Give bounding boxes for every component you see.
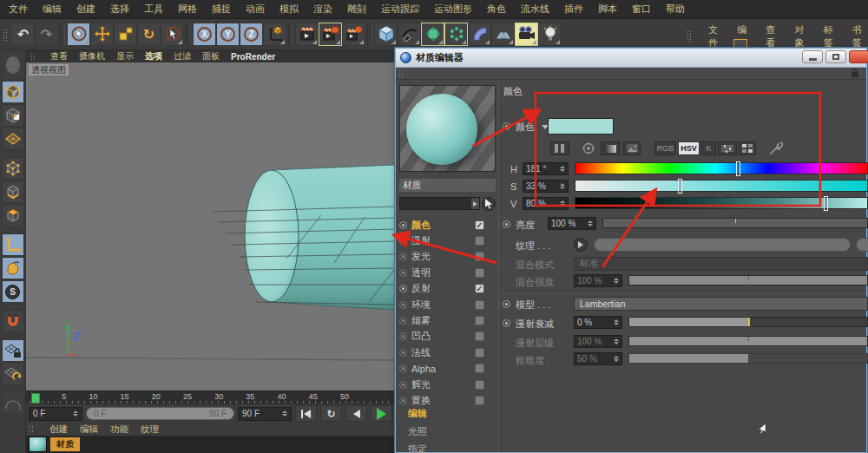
channel-radio[interactable] bbox=[399, 285, 407, 292]
cube-primitive-button[interactable] bbox=[374, 23, 398, 46]
roughness-slider[interactable] bbox=[628, 353, 868, 364]
mm-menu-texture[interactable]: 纹理 bbox=[141, 423, 159, 436]
channel-checkbox[interactable] bbox=[475, 380, 484, 390]
channel-radio[interactable] bbox=[399, 253, 407, 260]
floor-environment-button[interactable] bbox=[491, 23, 515, 46]
channel-transparency[interactable]: 透明 bbox=[399, 265, 496, 280]
workplane-refresh-button[interactable] bbox=[2, 363, 24, 385]
menu-simulate[interactable]: 模拟 bbox=[279, 3, 299, 16]
diffuse-level-slider[interactable] bbox=[628, 336, 868, 346]
workplane-mode-button[interactable] bbox=[2, 128, 24, 150]
om-menu-view[interactable]: 查看 bbox=[766, 23, 781, 49]
value-spinner[interactable] bbox=[560, 200, 565, 207]
channel-fog[interactable]: 烟雾 bbox=[399, 312, 496, 328]
value-handle[interactable] bbox=[824, 196, 828, 211]
minimize-button[interactable] bbox=[802, 50, 823, 63]
diffuse-falloff-value-field[interactable]: 0 % bbox=[574, 316, 622, 329]
render-to-picture-viewer-button[interactable] bbox=[319, 23, 342, 46]
menu-sculpt[interactable]: 雕刻 bbox=[347, 3, 366, 16]
redo-button[interactable]: ↷ bbox=[35, 23, 58, 46]
channel-radio[interactable] bbox=[399, 317, 407, 325]
model-mode-button[interactable] bbox=[2, 81, 24, 103]
saturation-value-field[interactable]: 33 % bbox=[523, 180, 569, 193]
frame-range-slider[interactable]: 0 F90 F bbox=[86, 407, 234, 420]
saturation-handle[interactable] bbox=[678, 179, 682, 194]
mix-strength-slider[interactable] bbox=[628, 275, 868, 286]
deformer-bend-button[interactable] bbox=[468, 23, 491, 46]
menu-file[interactable]: 文件 bbox=[9, 3, 28, 16]
enable-axis-button[interactable] bbox=[2, 233, 24, 256]
viewport-canvas[interactable]: Y bbox=[26, 50, 395, 391]
name-dropdown-button[interactable] bbox=[471, 198, 479, 209]
polygon-mode-button[interactable] bbox=[2, 204, 24, 226]
material-editor-window[interactable]: 材质编辑器 材质 颜色✓ 漫射 发光 bbox=[395, 48, 867, 453]
channel-checkbox[interactable] bbox=[475, 252, 484, 261]
y-axis-lock-button[interactable]: Y bbox=[216, 23, 240, 46]
edges-mode-button[interactable] bbox=[2, 181, 24, 203]
color-wheel-button[interactable] bbox=[580, 141, 597, 155]
menu-mesh[interactable]: 网格 bbox=[178, 3, 197, 16]
om-menu-object[interactable]: 对象 bbox=[795, 23, 811, 49]
editor-strip-grip[interactable] bbox=[398, 69, 404, 77]
channel-checkbox[interactable] bbox=[475, 236, 484, 246]
color-anim-dot[interactable] bbox=[503, 122, 510, 130]
menu-motion-tracker[interactable]: 运动跟踪 bbox=[381, 3, 419, 16]
menu-help[interactable]: 帮助 bbox=[666, 3, 685, 16]
live-selection-button[interactable] bbox=[67, 23, 90, 46]
brightness-value-field[interactable]: 100 % bbox=[548, 217, 596, 230]
x-axis-lock-button[interactable]: X bbox=[193, 23, 216, 46]
sculpt-head-icon[interactable] bbox=[2, 52, 24, 80]
diffuse-level-value-field[interactable]: 100 % bbox=[574, 335, 622, 348]
menu-animate[interactable]: 动画 bbox=[246, 3, 265, 16]
channel-luminance[interactable]: 发光 bbox=[399, 249, 496, 265]
mm-menu-edit[interactable]: 编辑 bbox=[80, 423, 98, 436]
channel-bump[interactable]: 凹凸 bbox=[399, 329, 496, 345]
menu-plugins[interactable]: 插件 bbox=[564, 3, 583, 16]
channel-checkbox[interactable] bbox=[475, 396, 484, 405]
diffuse-falloff-anim-dot[interactable] bbox=[503, 319, 510, 327]
rgb-mode-button[interactable]: RGB bbox=[654, 141, 676, 155]
cylinder-object[interactable] bbox=[245, 165, 395, 310]
array-mograph-button[interactable] bbox=[444, 23, 468, 46]
channel-radio[interactable] bbox=[399, 237, 407, 245]
channel-radio[interactable] bbox=[399, 301, 407, 309]
channel-diffusion[interactable]: 漫射 bbox=[399, 233, 496, 248]
mm-menu-function[interactable]: 功能 bbox=[110, 423, 128, 436]
channel-normal[interactable]: 法线 bbox=[399, 345, 496, 360]
channel-alpha[interactable]: Alpha bbox=[399, 361, 496, 377]
channel-reflectance[interactable]: 反射✓ bbox=[399, 281, 496, 297]
menu-tools[interactable]: 工具 bbox=[144, 3, 163, 16]
sliders-view-button[interactable] bbox=[718, 141, 737, 155]
channel-checkbox[interactable] bbox=[475, 316, 484, 325]
pick-material-button[interactable] bbox=[482, 197, 496, 211]
object-manager-grip[interactable] bbox=[687, 30, 693, 43]
channel-checkbox[interactable] bbox=[475, 300, 484, 310]
maximize-button[interactable] bbox=[825, 50, 846, 63]
toolbar-grip[interactable] bbox=[3, 29, 9, 41]
texture-browse-button[interactable] bbox=[574, 238, 588, 252]
channel-radio[interactable] bbox=[399, 349, 407, 357]
channel-checkbox[interactable] bbox=[475, 268, 484, 278]
close-button[interactable] bbox=[849, 50, 868, 63]
timeline-ruler[interactable]: 05101520253035404550 bbox=[26, 391, 395, 404]
channel-displacement[interactable]: 置换 bbox=[399, 392, 496, 408]
previous-key-button[interactable] bbox=[345, 405, 367, 422]
channel-radio[interactable] bbox=[399, 221, 407, 229]
menu-snap[interactable]: 捕捉 bbox=[212, 3, 231, 16]
channel-checkbox[interactable]: ✓ bbox=[475, 284, 484, 293]
channel-checkbox[interactable]: ✓ bbox=[475, 220, 484, 230]
menu-mograph[interactable]: 运动图形 bbox=[434, 3, 472, 16]
om-menu-tags[interactable]: 标签 bbox=[824, 23, 839, 49]
move-tool-button[interactable] bbox=[90, 23, 114, 46]
k-mode-button[interactable]: K bbox=[701, 141, 716, 155]
subdivision-surface-button[interactable] bbox=[421, 23, 444, 46]
material-manager-grip[interactable] bbox=[29, 425, 35, 433]
material-preview[interactable] bbox=[399, 85, 496, 172]
material-thumbnail[interactable] bbox=[29, 437, 47, 452]
viewport-solo-mouse-button[interactable] bbox=[2, 257, 24, 279]
render-settings-button[interactable] bbox=[342, 23, 365, 46]
saturation-slider[interactable] bbox=[575, 180, 868, 192]
hue-spinner[interactable] bbox=[560, 166, 565, 172]
texture-mode-button[interactable] bbox=[2, 104, 24, 127]
channel-radio[interactable] bbox=[399, 269, 407, 277]
